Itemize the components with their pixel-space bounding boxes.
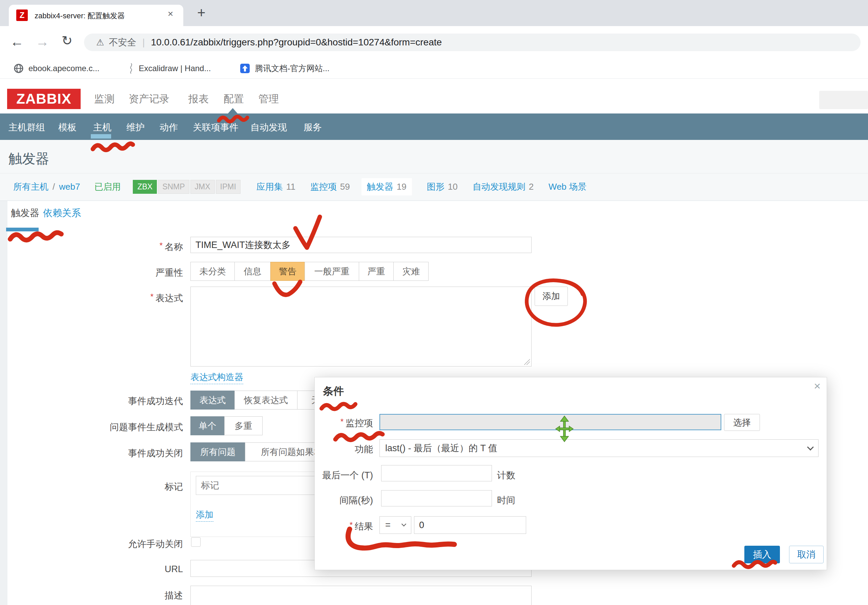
breadcrumb-all-hosts[interactable]: 所有主机 [13, 181, 48, 193]
severity-not-classified[interactable]: 未分类 [191, 262, 235, 281]
url-divider: | [142, 37, 145, 48]
last-of-input[interactable] [381, 465, 492, 481]
severity-group: 未分类 信息 警告 一般严重 严重 灾难 [191, 262, 429, 281]
nav-administration[interactable]: 管理 [259, 89, 279, 109]
interval-label: 间隔(秒) [315, 494, 373, 506]
nav-configuration[interactable]: 配置 [223, 89, 244, 109]
tags-label: 标记 [7, 481, 183, 493]
problem-mode-group: 单个 多重 [191, 416, 263, 435]
tab-close-icon[interactable]: × [168, 9, 173, 19]
subnav-maintenance[interactable]: 维护 [126, 121, 145, 133]
breadcrumb: 所有主机 / web7 已启用 ZBX SNMP JMX IPMI 应用集11 … [13, 179, 590, 195]
tab-title: zabbix4-server: 配置触发器 [34, 11, 160, 21]
breadcrumb-separator: / [53, 181, 55, 192]
problem-mode-multiple[interactable]: 多重 [224, 416, 263, 435]
name-label: *名称 [7, 241, 183, 253]
badge-ipmi: IPMI [216, 180, 240, 194]
reload-icon[interactable]: ↻ [62, 34, 73, 47]
zabbix-logo[interactable]: ZABBIX [7, 89, 81, 109]
subnav-hosts[interactable]: 主机 [93, 121, 112, 133]
chevron-down-icon [807, 444, 814, 450]
problem-mode-single[interactable]: 单个 [191, 416, 225, 435]
screen: Z zabbix4-server: 配置触发器 × + ← → ↻ ⚠ 不安全 … [0, 0, 868, 605]
counter-discovery-rules[interactable]: 自动发现规则2 [473, 181, 533, 193]
result-operator-select[interactable]: = [380, 516, 411, 534]
badge-snmp: SNMP [158, 180, 189, 194]
ok-close-label: 事件成功关闭 [7, 447, 183, 460]
active-tab-underline [6, 227, 39, 231]
address-bar[interactable]: ⚠ 不安全 | 10.0.0.61/zabbix/triggers.php?gr… [84, 34, 860, 51]
badge-zbx: ZBX [133, 180, 157, 194]
not-secure-warning-icon: ⚠ [96, 37, 104, 48]
band-divider [0, 173, 868, 173]
ok-event-group: 表达式 恢复表达式 无 [191, 391, 335, 410]
badge-jmx: JMX [191, 180, 215, 194]
bookmark-ebook[interactable]: ebook.apecome.c... [14, 63, 99, 74]
back-icon[interactable]: ← [10, 35, 24, 48]
new-tab-button[interactable]: + [197, 6, 206, 20]
dialog-title: 条件 [323, 384, 344, 398]
counter-items[interactable]: 监控项59 [310, 181, 350, 193]
header-search-box[interactable] [819, 91, 868, 109]
bookmark-tencent-docs[interactable]: 腾讯文档-官方网站... [240, 63, 329, 74]
condition-dialog: 条件 × *监控项 选择 功能 last() - 最后（最近）的 T 值 最后一… [315, 377, 827, 570]
severity-average[interactable]: 一般严重 [305, 262, 359, 281]
nav-monitoring[interactable]: 监测 [94, 89, 115, 109]
description-textarea[interactable] [191, 586, 532, 605]
expression-add-button[interactable]: 添加 [535, 286, 568, 306]
severity-information[interactable]: 信息 [234, 262, 271, 281]
subnav-actions[interactable]: 动作 [160, 121, 178, 133]
subnav-event-correlation[interactable]: 关联项事件 [193, 121, 239, 133]
ok-event-recovery-expression[interactable]: 恢复表达式 [234, 391, 298, 410]
ok-event-expression[interactable]: 表达式 [191, 391, 235, 410]
insert-button[interactable]: 插入 [744, 546, 780, 563]
function-label: 功能 [315, 443, 373, 455]
globe-icon [14, 63, 24, 74]
breadcrumb-host[interactable]: web7 [59, 181, 80, 192]
expression-textarea[interactable] [191, 286, 532, 367]
nav-inventory[interactable]: 资产记录 [129, 89, 169, 109]
counter-web-scenarios[interactable]: Web 场景 [549, 181, 590, 193]
dialog-close-icon[interactable]: × [814, 379, 821, 393]
result-value-input[interactable] [414, 516, 526, 534]
item-select-button[interactable]: 选择 [724, 414, 760, 431]
url-text[interactable]: 10.0.0.61/zabbix/triggers.php?groupid=0&… [151, 37, 442, 48]
tags-add-link[interactable]: 添加 [196, 509, 214, 521]
not-secure-label[interactable]: 不安全 [109, 36, 136, 48]
description-label: 描述 [7, 590, 183, 602]
severity-disaster[interactable]: 灾难 [393, 262, 429, 281]
severity-high[interactable]: 严重 [359, 262, 394, 281]
subnav-active-indicator [91, 134, 111, 139]
forward-icon[interactable]: → [36, 35, 49, 48]
interface-badges: ZBX SNMP JMX IPMI [133, 180, 241, 194]
manual-close-label: 允许手动关闭 [7, 538, 183, 550]
url-label: URL [7, 564, 183, 574]
expression-constructor-link[interactable]: 表达式构造器 [191, 371, 243, 384]
cancel-button[interactable]: 取消 [789, 546, 824, 563]
tag-name-input[interactable] [196, 476, 321, 495]
counter-graphs[interactable]: 图形10 [427, 181, 458, 193]
counter-applications[interactable]: 应用集11 [256, 181, 295, 193]
subnav-host-groups[interactable]: 主机群组 [8, 121, 45, 133]
tab-trigger[interactable]: 触发器 [11, 207, 39, 220]
trigger-name-input[interactable] [191, 237, 532, 253]
counter-triggers[interactable]: 触发器19 [361, 178, 412, 195]
tencent-docs-icon [240, 63, 250, 74]
page-title: 触发器 [8, 149, 49, 168]
item-input[interactable] [380, 414, 721, 430]
excalidraw-icon [129, 63, 134, 74]
nav-reports[interactable]: 报表 [188, 89, 209, 109]
interval-input[interactable] [381, 490, 492, 506]
textarea-resize-handle[interactable] [524, 359, 530, 365]
manual-close-checkbox[interactable] [191, 537, 201, 547]
host-status-enabled[interactable]: 已启用 [94, 181, 121, 193]
ok-close-all-problems[interactable]: 所有问题 [191, 443, 245, 461]
function-select[interactable]: last() - 最后（最近）的 T 值 [380, 439, 818, 457]
bookmark-excalidraw[interactable]: Excalidraw | Hand... [129, 63, 211, 74]
subnav-templates[interactable]: 模板 [58, 121, 77, 133]
subnav-discovery[interactable]: 自动发现 [250, 121, 287, 133]
severity-warning[interactable]: 警告 [270, 262, 305, 281]
tab-dependencies[interactable]: 依赖关系 [43, 207, 81, 220]
time-suffix: 时间 [497, 494, 515, 506]
subnav-services[interactable]: 服务 [304, 121, 322, 133]
